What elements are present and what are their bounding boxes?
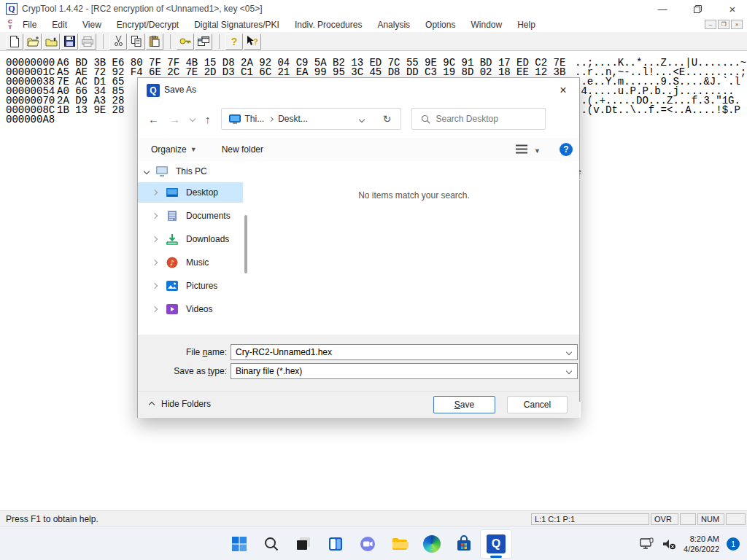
breadcrumb-desktop[interactable]: Deskt... bbox=[278, 114, 308, 124]
videos-icon bbox=[166, 303, 179, 316]
menu-view[interactable]: View bbox=[82, 20, 101, 30]
sidebar-item-this-pc[interactable]: This PC bbox=[138, 161, 243, 182]
dialog-filename-section: File name: Save as type: Binary file (*.… bbox=[138, 335, 579, 391]
menu-digital-signatures[interactable]: Digital Signatures/PKI bbox=[194, 20, 279, 30]
dialog-title: Save As bbox=[164, 85, 196, 95]
dialog-bottom-bar: Hide Folders Save Cancel bbox=[138, 391, 579, 418]
copy-icon bbox=[131, 36, 142, 47]
menu-window[interactable]: Window bbox=[471, 20, 502, 30]
address-bar[interactable]: Thi... Deskt... ↻ bbox=[221, 108, 401, 130]
help-circle-icon[interactable]: ? bbox=[560, 143, 573, 156]
chevron-collapsed-icon[interactable] bbox=[152, 190, 158, 195]
taskbar-clock[interactable]: 8:20 AM 4/26/2022 bbox=[684, 534, 719, 554]
new-window-button[interactable] bbox=[195, 34, 212, 50]
save-file-button[interactable] bbox=[61, 34, 78, 50]
documents-icon bbox=[166, 209, 179, 222]
cryptool-taskbar-button[interactable]: Q bbox=[480, 529, 512, 559]
cancel-button[interactable]: Cancel bbox=[507, 396, 568, 413]
search-icon bbox=[263, 536, 279, 552]
sidebar-item-pictures[interactable]: Pictures bbox=[138, 276, 243, 296]
chevron-collapsed-icon[interactable] bbox=[152, 306, 158, 312]
print-button[interactable] bbox=[79, 34, 96, 50]
view-list-icon[interactable] bbox=[516, 144, 527, 154]
chevron-expanded-icon[interactable] bbox=[144, 168, 150, 174]
start-button[interactable] bbox=[223, 529, 255, 559]
paste-button[interactable] bbox=[146, 34, 163, 50]
cut-button[interactable] bbox=[109, 34, 127, 50]
up-button[interactable]: ↑ bbox=[205, 113, 211, 125]
mdi-restore-button[interactable]: ❐ bbox=[718, 20, 729, 29]
history-dropdown-icon[interactable] bbox=[190, 116, 196, 122]
close-file-button[interactable] bbox=[42, 34, 60, 50]
search-field[interactable]: Search Desktop bbox=[411, 108, 546, 130]
context-help-icon: ? bbox=[247, 36, 258, 47]
sidebar-item-downloads[interactable]: Downloads bbox=[138, 229, 243, 249]
chevron-collapsed-icon[interactable] bbox=[152, 283, 158, 289]
network-icon[interactable] bbox=[640, 537, 654, 551]
save-button[interactable]: Save bbox=[433, 396, 495, 413]
mdi-minimize-button[interactable]: – bbox=[705, 20, 716, 29]
volume-muted-icon[interactable] bbox=[662, 537, 676, 551]
menu-analysis[interactable]: Analysis bbox=[377, 20, 410, 30]
sidebar-item-desktop[interactable]: Desktop bbox=[138, 182, 243, 203]
mdi-close-button[interactable]: × bbox=[731, 20, 743, 29]
chat-button[interactable] bbox=[352, 529, 384, 559]
widgets-button[interactable] bbox=[320, 529, 352, 559]
file-explorer-button[interactable] bbox=[384, 529, 416, 559]
help-button[interactable]: ? bbox=[225, 34, 243, 50]
sidebar-item-videos[interactable]: Videos bbox=[138, 299, 243, 319]
chevron-collapsed-icon[interactable] bbox=[152, 213, 158, 219]
breadcrumb-this-pc[interactable]: Thi... bbox=[245, 114, 265, 124]
back-button[interactable]: ← bbox=[148, 113, 159, 125]
new-file-button[interactable] bbox=[6, 34, 23, 50]
status-empty-panel bbox=[726, 513, 746, 525]
menu-encrypt-decrypt[interactable]: Encrypt/Decrypt bbox=[117, 20, 179, 30]
mdi-window-controls: – ❐ × bbox=[703, 20, 743, 29]
menu-indiv-procedures[interactable]: Indiv. Procedures bbox=[295, 20, 363, 30]
sidebar-item-music[interactable]: ♪ Music bbox=[138, 252, 243, 273]
restore-icon bbox=[694, 5, 702, 13]
desktop-icon bbox=[166, 186, 179, 199]
toolbar: ? ? bbox=[0, 32, 747, 51]
notification-badge[interactable]: 1 bbox=[727, 537, 740, 551]
file-name-dropdown-icon[interactable] bbox=[566, 349, 572, 355]
key-button[interactable] bbox=[177, 34, 194, 50]
save-as-type-dropdown-icon[interactable] bbox=[566, 368, 572, 374]
organize-button[interactable]: Organize bbox=[151, 144, 187, 155]
open-file-button[interactable] bbox=[24, 34, 42, 50]
menu-edit[interactable]: Edit bbox=[52, 20, 67, 30]
file-explorer-icon bbox=[391, 535, 409, 553]
view-dropdown-icon[interactable]: ▼ bbox=[534, 147, 541, 155]
store-button[interactable] bbox=[448, 529, 480, 559]
refresh-icon[interactable]: ↻ bbox=[383, 113, 392, 125]
forward-button[interactable]: → bbox=[169, 113, 180, 125]
svg-text:?: ? bbox=[253, 37, 258, 46]
menu-file[interactable]: File bbox=[23, 20, 36, 30]
hide-folders-button[interactable]: Hide Folders bbox=[161, 399, 211, 409]
taskbar-search-button[interactable] bbox=[255, 529, 287, 559]
copy-button[interactable] bbox=[128, 34, 145, 50]
file-name-input[interactable] bbox=[231, 347, 552, 357]
chevron-collapsed-icon[interactable] bbox=[152, 236, 158, 242]
document-icon: CT bbox=[4, 19, 16, 31]
sidebar-item-documents[interactable]: Documents bbox=[138, 206, 243, 226]
menu-help[interactable]: Help bbox=[517, 20, 535, 30]
task-view-button[interactable] bbox=[287, 529, 320, 559]
new-folder-button[interactable]: New folder bbox=[222, 144, 263, 155]
empty-results-text: No items match your search. bbox=[247, 190, 581, 201]
save-as-type-combo[interactable]: Binary file (*.hex) bbox=[231, 363, 578, 379]
chevron-collapsed-icon[interactable] bbox=[152, 260, 158, 265]
context-help-button[interactable]: ? bbox=[244, 34, 261, 50]
file-name-combo[interactable] bbox=[231, 344, 578, 360]
file-list-area[interactable]: No items match your search. bbox=[247, 161, 581, 319]
address-dropdown-icon[interactable] bbox=[358, 117, 364, 122]
menu-options[interactable]: Options bbox=[425, 20, 455, 30]
minimize-button[interactable]: — bbox=[648, 0, 677, 18]
close-button[interactable]: × bbox=[718, 0, 747, 18]
dialog-close-button[interactable]: × bbox=[553, 81, 573, 100]
pictures-icon bbox=[166, 279, 179, 292]
maximize-button[interactable] bbox=[683, 0, 712, 18]
windows-tile-icon bbox=[198, 36, 209, 47]
cryptool-logo-icon: Q bbox=[6, 3, 18, 15]
edge-button[interactable] bbox=[416, 529, 448, 559]
